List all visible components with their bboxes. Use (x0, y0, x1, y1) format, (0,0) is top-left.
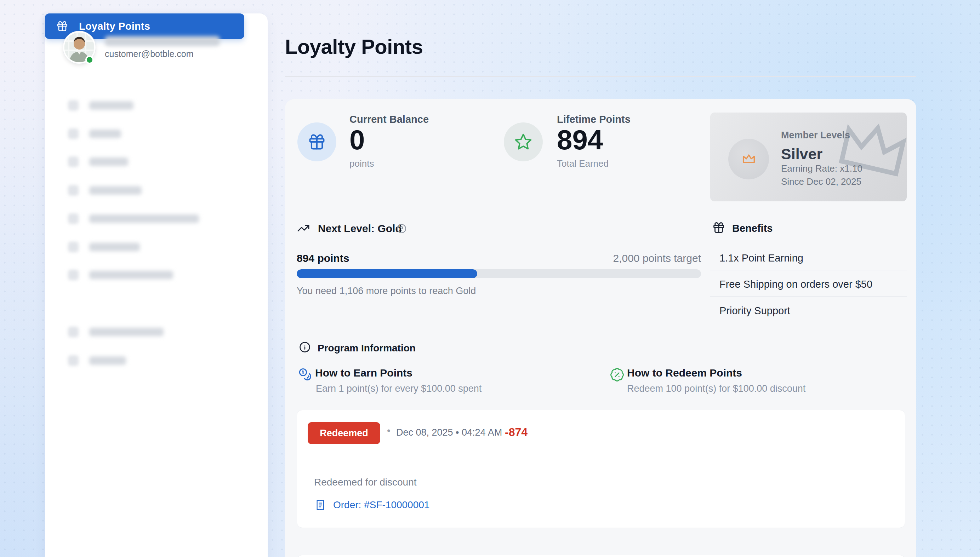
member-level-name: Silver (781, 145, 822, 163)
program-info-title: Program Information (318, 342, 416, 354)
transaction-date: Dec 08, 2025 • 04:24 AM (396, 427, 502, 438)
lifetime-points-unit: Total Earned (557, 158, 608, 169)
menu-label-redacted (89, 215, 199, 223)
sidebar-item-redacted[interactable] (57, 150, 256, 173)
member-since-date: Since Dec 02, 2025 (781, 176, 861, 187)
current-balance-unit: points (349, 158, 374, 169)
benefits-title: Benefits (732, 223, 773, 234)
transaction-order-link[interactable]: Order: #SF-10000001 (315, 499, 429, 511)
menu-label-redacted (89, 271, 173, 279)
current-balance-value: 0 (349, 126, 365, 153)
menu-label-redacted (89, 243, 140, 251)
user-email: customer@botble.com (105, 49, 193, 59)
menu-label-redacted (89, 158, 128, 166)
page-title: Loyalty Points (285, 35, 423, 59)
crown-icon (741, 151, 757, 168)
next-level-title: Next Level: Gold (318, 223, 402, 235)
receipt-icon (315, 499, 326, 511)
transaction-divider (297, 456, 905, 456)
sidebar-item-redacted[interactable] (57, 207, 256, 230)
menu-icon-redacted (68, 156, 78, 167)
how-to-redeem-desc: Redeem 100 point(s) for $100.00 discount (627, 383, 806, 394)
how-to-earn-desc: Earn 1 point(s) for every $100.00 spent (316, 383, 481, 394)
badge-percent-icon (610, 367, 625, 382)
transaction-card: Redeemed • Dec 08, 2025 • 04:24 AM -874 … (297, 410, 905, 528)
gift-icon (308, 133, 326, 151)
menu-icon-redacted (68, 355, 78, 366)
menu-label-redacted (89, 357, 126, 365)
menu-icon-redacted (68, 327, 78, 337)
benefit-item: Free Shipping on orders over $50 (719, 278, 872, 290)
user-name-redacted (105, 36, 220, 46)
benefit-item: Priority Support (719, 305, 790, 317)
sidebar-item-redacted[interactable] (57, 321, 256, 343)
coins-icon (298, 367, 313, 382)
member-level-card: Member Levels Silver Earning Rate: x1.10… (710, 112, 907, 201)
lifetime-points-icon-circle (504, 122, 543, 161)
how-to-earn-title: How to Earn Points (315, 367, 413, 379)
crown-icon-circle (728, 139, 769, 179)
menu-label-redacted (89, 101, 134, 110)
member-level-header: Member Levels (781, 130, 850, 141)
sidebar-item-redacted[interactable] (57, 122, 256, 145)
benefits-divider (710, 270, 907, 270)
transaction-status-badge: Redeemed (308, 422, 380, 444)
sidebar: customer@botble.com Loyalty Points (45, 13, 267, 557)
title-divider (285, 76, 916, 77)
sidebar-item-redacted[interactable] (57, 349, 256, 372)
menu-icon-redacted (68, 213, 78, 224)
transaction-separator: • (387, 425, 391, 436)
lifetime-points-value: 894 (557, 126, 603, 153)
sidebar-divider (45, 81, 267, 81)
menu-label-redacted (89, 130, 121, 138)
transaction-description: Redeemed for discount (314, 477, 417, 488)
star-icon (514, 132, 533, 151)
trending-up-icon (297, 222, 310, 235)
gift-icon (56, 20, 68, 32)
loyalty-summary-card: Current Balance 0 points Lifetime Points… (285, 99, 916, 557)
menu-label-redacted (89, 186, 142, 195)
benefits-divider (710, 296, 907, 296)
help-circle-icon[interactable] (396, 223, 407, 234)
sidebar-item-label: Loyalty Points (79, 21, 150, 32)
menu-icon-redacted (68, 129, 78, 139)
transaction-amount: -874 (505, 426, 528, 439)
gift-icon (713, 221, 725, 234)
current-balance-icon-circle (297, 122, 336, 161)
menu-icon-redacted (68, 100, 78, 111)
online-status-dot (85, 55, 94, 64)
benefit-item: 1.1x Point Earning (719, 252, 803, 264)
sidebar-item-redacted[interactable] (57, 94, 256, 117)
transaction-order-text: Order: #SF-10000001 (333, 499, 429, 511)
progress-hint: You need 1,106 more points to reach Gold (297, 286, 476, 296)
progress-target-points: 2,000 points target (297, 252, 701, 264)
menu-icon-redacted (68, 242, 78, 252)
info-icon (299, 341, 311, 353)
next-transaction-card-partial (297, 555, 905, 557)
sidebar-item-redacted[interactable] (57, 236, 256, 258)
menu-icon-redacted (68, 270, 78, 280)
crown-decorative-icon (830, 112, 907, 185)
progress-bar (297, 269, 701, 278)
menu-icon-redacted (68, 185, 78, 196)
member-earning-rate: Earning Rate: x1.10 (781, 163, 863, 174)
how-to-redeem-title: How to Redeem Points (627, 367, 742, 379)
sidebar-item-redacted[interactable] (57, 179, 256, 202)
lifetime-points-label: Lifetime Points (557, 114, 631, 125)
sidebar-item-redacted[interactable] (57, 264, 256, 286)
current-balance-label: Current Balance (349, 114, 429, 125)
progress-fill (297, 269, 477, 278)
menu-label-redacted (89, 328, 163, 336)
